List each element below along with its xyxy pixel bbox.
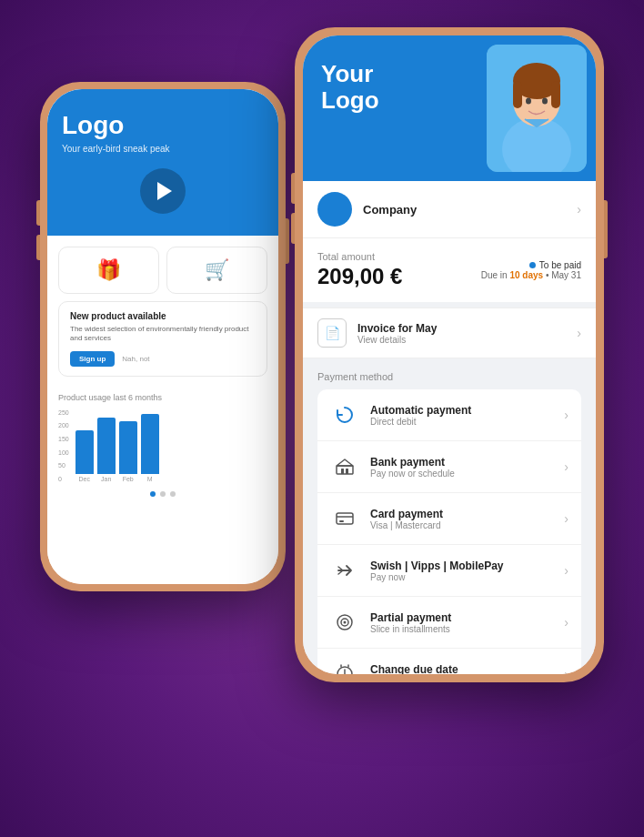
chart-title: Product usage last 6 months (58, 393, 267, 402)
svg-rect-5 (513, 81, 522, 108)
due-info: To be paid Due in 10 days • May 31 (481, 260, 581, 280)
right-volume-up-button[interactable] (291, 173, 295, 204)
svg-rect-10 (341, 469, 344, 474)
invoice-title: Invoice for May (357, 322, 577, 335)
swish-payment-icon (330, 556, 359, 585)
bank-payment-details: Bank payment Pay now or schedule (370, 456, 564, 479)
left-screen: Logo Your early-bird sneak peak 🎁 🛒 (47, 89, 278, 584)
days-highlight: 10 days (509, 270, 543, 280)
invoice-details: Invoice for May View details (357, 322, 577, 345)
left-logo: Logo (62, 111, 264, 140)
y-axis: 0 50 100 150 200 250 (58, 409, 69, 482)
volume-up-button[interactable] (36, 200, 40, 226)
svg-point-7 (526, 98, 531, 105)
payment-section-title: Payment method (317, 371, 581, 382)
svg-rect-12 (337, 513, 353, 524)
right-volume-down-button[interactable] (291, 213, 295, 244)
hero-avatar (487, 45, 587, 172)
power-button[interactable] (286, 218, 289, 264)
company-name: Company (363, 203, 577, 217)
nah-button[interactable]: Nah, not (122, 351, 149, 367)
bank-payment-chevron-icon: › (564, 459, 569, 474)
due-status: To be paid (481, 260, 581, 270)
invoice-doc-icon: 📄 (325, 326, 340, 340)
company-avatar (317, 192, 352, 227)
cart-icon: 🛒 (205, 258, 229, 282)
invoice-chevron-icon: › (577, 326, 581, 340)
due-days: Due in 10 days • May 31 (481, 270, 581, 280)
bank-payment-title: Bank payment (370, 456, 564, 469)
payment-item-card[interactable]: Card payment Visa | Mastercard › (317, 493, 581, 545)
payment-item-swish[interactable]: Swish | Vipps | MobilePay Pay now › (317, 545, 581, 597)
bar-dec: Dec (75, 430, 94, 482)
play-button[interactable] (140, 168, 186, 214)
card-payment-chevron-icon: › (564, 511, 569, 526)
dot-2[interactable] (160, 491, 166, 497)
bars: Dec Jan Feb (75, 414, 267, 482)
card-payment-details: Card payment Visa | Mastercard (370, 508, 564, 530)
promo-title: New product available (70, 311, 256, 321)
bar-feb-label: Feb (123, 476, 134, 482)
promo-text: The widest selection of environmentally … (70, 325, 256, 344)
bar-jan-label: Jan (101, 476, 111, 482)
invoice-sub: View details (357, 335, 577, 345)
status-dot-icon (529, 262, 536, 268)
payment-item-bank[interactable]: Bank payment Pay now or schedule › (317, 441, 581, 493)
status-label: To be paid (539, 260, 581, 270)
svg-rect-6 (551, 81, 560, 108)
payment-item-auto[interactable]: Automatic payment Direct debit › (317, 389, 581, 441)
partial-payment-details: Partial payment Slice in installments (370, 611, 564, 634)
auto-payment-icon (330, 400, 359, 429)
bar-chart: 0 50 100 150 200 250 Dec (58, 409, 267, 482)
auto-payment-title: Automatic payment (370, 404, 564, 417)
y-label-100: 100 (58, 449, 69, 456)
y-label-200: 200 (58, 422, 69, 429)
due-date: • May 31 (546, 270, 581, 280)
bar-dec-fill (75, 430, 94, 474)
y-label-0: 0 (58, 476, 69, 482)
dot-3[interactable] (170, 491, 176, 497)
avatar-svg (487, 45, 587, 172)
svg-rect-14 (339, 520, 344, 522)
bar-mar-label: M (147, 476, 153, 482)
left-phone: Logo Your early-bird sneak peak 🎁 🛒 (40, 82, 286, 591)
card-payment-sub: Visa | Mastercard (370, 520, 564, 530)
auto-payment-sub: Direct debit (370, 417, 564, 427)
bar-feb-fill (119, 421, 137, 474)
right-power-button[interactable] (604, 200, 608, 258)
partial-payment-sub: Slice in installments (370, 624, 564, 634)
due-text: Due in (481, 270, 508, 280)
cart-card[interactable]: 🛒 (166, 247, 267, 294)
invoice-row[interactable]: 📄 Invoice for May View details › (303, 308, 596, 358)
bank-payment-icon (330, 452, 359, 481)
payment-section: Payment method Automatic payment Direct … (303, 358, 596, 674)
dot-1[interactable] (150, 491, 156, 497)
bar-mar-fill (141, 414, 159, 474)
chart-section: Product usage last 6 months 0 50 100 150… (47, 384, 278, 482)
payment-item-partial[interactable]: Partial payment Slice in installments › (317, 597, 581, 649)
due-date-chevron-icon: › (564, 667, 569, 674)
promo-card: New product available The widest selecti… (58, 301, 267, 377)
svg-point-8 (542, 98, 548, 105)
y-label-50: 50 (58, 462, 69, 469)
pagination-dots (47, 482, 278, 502)
swish-payment-details: Swish | Vipps | MobilePay Pay now (370, 560, 564, 582)
bar-jan: Jan (97, 418, 116, 482)
partial-payment-chevron-icon: › (564, 615, 569, 630)
y-label-150: 150 (58, 436, 69, 442)
company-row[interactable]: Company › (303, 181, 596, 238)
volume-down-button[interactable] (36, 235, 40, 260)
bar-jan-fill (97, 418, 116, 474)
gift-card[interactable]: 🎁 (58, 247, 159, 294)
company-chevron-icon: › (577, 202, 581, 217)
signup-button[interactable]: Sign up (70, 351, 115, 367)
auto-payment-chevron-icon: › (564, 408, 569, 422)
bar-dec-label: Dec (78, 476, 89, 482)
bar-mar: M (141, 414, 159, 482)
right-screen: Your Logo (303, 35, 596, 674)
right-header: Your Logo (303, 35, 596, 181)
left-subtitle: Your early-bird sneak peak (62, 144, 264, 154)
play-icon (157, 182, 172, 200)
gift-icon: 🎁 (96, 258, 121, 282)
payment-item-due-date[interactable]: Change due date More time to pay › (317, 649, 581, 674)
